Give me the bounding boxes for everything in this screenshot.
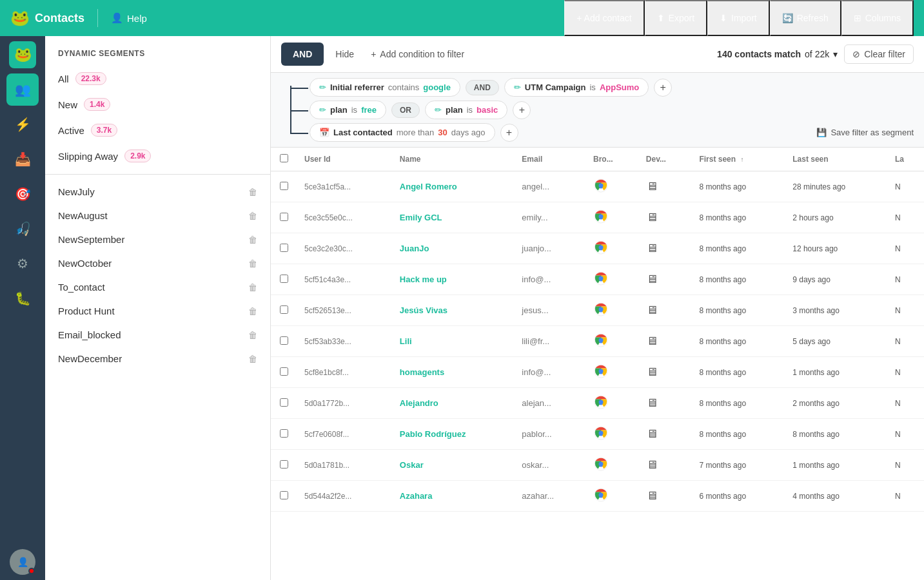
segment-newjuly[interactable]: NewJuly 🗑 bbox=[45, 180, 270, 204]
segment-email-blocked[interactable]: Email_blocked 🗑 bbox=[45, 323, 270, 347]
delete-newjuly-icon[interactable]: 🗑 bbox=[248, 187, 257, 197]
clear-filter-button[interactable]: ⊘ Clear filter bbox=[844, 44, 914, 64]
device-header: Dev... bbox=[638, 148, 692, 171]
row-checkbox[interactable] bbox=[280, 244, 288, 252]
select-all-checkbox[interactable] bbox=[280, 154, 288, 162]
segment-newseptember[interactable]: NewSeptember 🗑 bbox=[45, 227, 270, 251]
row-checkbox[interactable] bbox=[280, 491, 288, 499]
name-cell[interactable]: Jesús Vivas bbox=[392, 295, 515, 326]
filter-chip-utm[interactable]: ✏ UTM Campaign is AppSumo bbox=[504, 78, 649, 97]
add-condition-button[interactable]: + Add condition to filter bbox=[366, 45, 469, 63]
name-cell[interactable]: Pablo Rodríguez bbox=[392, 419, 515, 450]
sidebar-item-support[interactable]: 🎯 bbox=[6, 178, 39, 210]
user-id-cell: 5cf51c4a3e... bbox=[297, 264, 392, 295]
first-seen-header[interactable]: First seen ↑ bbox=[691, 148, 785, 171]
row-checkbox-cell[interactable] bbox=[271, 171, 297, 202]
notification-badge bbox=[28, 568, 35, 574]
name-cell[interactable]: Emily GCL bbox=[392, 202, 515, 233]
refresh-button[interactable]: 🔄 Refresh bbox=[770, 0, 841, 36]
sidebar-item-hook[interactable]: 🎣 bbox=[6, 213, 39, 245]
row-checkbox[interactable] bbox=[280, 367, 288, 376]
segment-active[interactable]: Active 3.7k bbox=[45, 117, 270, 143]
sidebar-item-contacts[interactable]: 👥 bbox=[6, 73, 39, 106]
delete-newoctober-icon[interactable]: 🗑 bbox=[248, 258, 257, 269]
add-condition-row1-button[interactable]: + bbox=[654, 79, 672, 97]
table-row: 5cf7e0608f... Pablo Rodríguez pablor... … bbox=[271, 419, 924, 450]
table-row: 5ce3c2e30c... JuanJo juanjo... 🖥 8 month… bbox=[271, 233, 924, 264]
segment-all[interactable]: All 22.3k bbox=[45, 66, 270, 92]
columns-button[interactable]: ⊞ Columns bbox=[841, 0, 914, 36]
name-cell[interactable]: homagents bbox=[392, 357, 515, 388]
chevron-down-icon[interactable]: ▾ bbox=[833, 49, 838, 59]
filter-chip-last-contacted[interactable]: 📅 Last contacted more than 30 days ago bbox=[310, 123, 495, 142]
filter-chip-plan-basic[interactable]: ✏ plan is basic bbox=[425, 101, 507, 119]
email-cell: pablor... bbox=[514, 419, 585, 450]
help-link[interactable]: 👤 Help bbox=[111, 12, 564, 24]
delete-newaugust-icon[interactable]: 🗑 bbox=[248, 211, 257, 221]
row-checkbox-cell[interactable] bbox=[271, 295, 297, 326]
add-condition-row2-button[interactable]: + bbox=[513, 101, 531, 119]
refresh-icon: 🔄 bbox=[782, 13, 793, 23]
segment-newdecember[interactable]: NewDecember 🗑 bbox=[45, 347, 270, 371]
segment-to-contact[interactable]: To_contact 🗑 bbox=[45, 275, 270, 299]
export-button[interactable]: ⬆ Export bbox=[645, 0, 707, 36]
and-button[interactable]: AND bbox=[281, 43, 324, 66]
save-icon: 💾 bbox=[816, 128, 827, 137]
delete-product-hunt-icon[interactable]: 🗑 bbox=[248, 306, 257, 316]
add-condition-row3-button[interactable]: + bbox=[500, 124, 518, 142]
row-checkbox-cell[interactable] bbox=[271, 419, 297, 450]
row-checkbox-cell[interactable] bbox=[271, 326, 297, 357]
sidebar-item-bug[interactable]: 🐛 bbox=[6, 282, 39, 314]
segment-product-hunt[interactable]: Product Hunt 🗑 bbox=[45, 299, 270, 323]
user-id-cell: 5cf526513e... bbox=[297, 295, 392, 326]
hide-button[interactable]: Hide bbox=[330, 45, 359, 63]
row-checkbox[interactable] bbox=[280, 460, 288, 469]
last-col-cell: N bbox=[887, 171, 924, 202]
last-seen-cell: 5 days ago bbox=[785, 326, 887, 357]
delete-to-contact-icon[interactable]: 🗑 bbox=[248, 282, 257, 293]
name-cell[interactable]: Angel Romero bbox=[392, 171, 515, 202]
row-checkbox-cell[interactable] bbox=[271, 264, 297, 295]
add-contact-button[interactable]: + Add contact bbox=[564, 0, 644, 36]
name-cell[interactable]: Alejandro bbox=[392, 388, 515, 419]
filter-chip-plan-free[interactable]: ✏ plan is free bbox=[310, 101, 386, 119]
delete-email-blocked-icon[interactable]: 🗑 bbox=[248, 330, 257, 340]
delete-newseptember-icon[interactable]: 🗑 bbox=[248, 235, 257, 245]
segment-slipping-away[interactable]: Slipping Away 2.9k bbox=[45, 143, 270, 169]
sidebar-item-inbox[interactable]: 📥 bbox=[6, 143, 39, 175]
name-cell[interactable]: Oskar bbox=[392, 450, 515, 481]
row-checkbox[interactable] bbox=[280, 213, 288, 221]
table-row: 5ce3c55e0c... Emily GCL emily... 🖥 8 mon… bbox=[271, 202, 924, 233]
segment-new[interactable]: New 1.4k bbox=[45, 92, 270, 117]
select-all-header[interactable] bbox=[271, 148, 297, 171]
row-checkbox-cell[interactable] bbox=[271, 357, 297, 388]
filter-chip-referrer[interactable]: ✏ Initial referrer contains google bbox=[310, 78, 460, 97]
import-button[interactable]: ⬇ Import bbox=[707, 0, 770, 36]
row-checkbox[interactable] bbox=[280, 398, 288, 407]
segment-newoctober[interactable]: NewOctober 🗑 bbox=[45, 251, 270, 275]
segment-newaugust[interactable]: NewAugust 🗑 bbox=[45, 204, 270, 227]
svg-point-14 bbox=[598, 307, 603, 312]
row-checkbox[interactable] bbox=[280, 182, 288, 190]
delete-newdecember-icon[interactable]: 🗑 bbox=[248, 354, 257, 364]
browser-cell bbox=[585, 388, 638, 419]
row-checkbox[interactable] bbox=[280, 275, 288, 283]
row-checkbox-cell[interactable] bbox=[271, 481, 297, 512]
row-checkbox[interactable] bbox=[280, 429, 288, 438]
sidebar-item-settings[interactable]: ⚙ bbox=[6, 247, 39, 280]
row-checkbox[interactable] bbox=[280, 336, 288, 345]
save-filter-button[interactable]: 💾 Save filter as segment bbox=[816, 128, 914, 137]
segment-active-badge: 3.7k bbox=[91, 124, 117, 137]
row-checkbox-cell[interactable] bbox=[271, 450, 297, 481]
row-checkbox-cell[interactable] bbox=[271, 388, 297, 419]
row-checkbox-cell[interactable] bbox=[271, 233, 297, 264]
name-cell[interactable]: Azahara bbox=[392, 481, 515, 512]
row-checkbox-cell[interactable] bbox=[271, 202, 297, 233]
name-cell[interactable]: JuanJo bbox=[392, 233, 515, 264]
name-cell[interactable]: Lili bbox=[392, 326, 515, 357]
last-col-cell: N bbox=[887, 388, 924, 419]
sidebar-item-lightning[interactable]: ⚡ bbox=[6, 108, 39, 140]
row-checkbox[interactable] bbox=[280, 305, 288, 314]
name-cell[interactable]: Hack me up bbox=[392, 264, 515, 295]
avatar[interactable]: 👤 bbox=[10, 549, 35, 575]
